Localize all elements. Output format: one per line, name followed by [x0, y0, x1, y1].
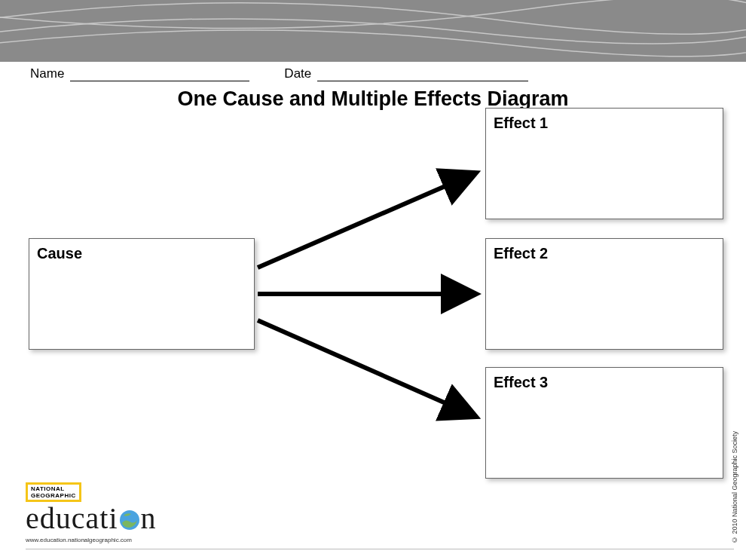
education-post: n [141, 503, 157, 534]
ng-badge: NATIONAL GEOGRAPHIC [26, 482, 81, 502]
cause-label: Cause [37, 245, 82, 262]
name-field: Name [30, 66, 249, 81]
brand-url: www.education.nationalgeographic.com [26, 537, 157, 543]
cause-box[interactable]: Cause [29, 238, 255, 350]
arrow-to-effect-1 [258, 173, 475, 268]
date-blank-line[interactable] [317, 68, 528, 81]
globe-icon [119, 510, 140, 531]
arrow-to-effect-3 [258, 320, 475, 416]
header-banner [0, 0, 746, 62]
svg-rect-0 [0, 0, 746, 62]
effect-3-box[interactable]: Effect 3 [485, 367, 723, 479]
date-label: Date [284, 66, 311, 81]
effect-1-box[interactable]: Effect 1 [485, 108, 723, 219]
effect-2-box[interactable]: Effect 2 [485, 238, 723, 350]
education-pre: educati [26, 503, 118, 534]
effect-1-label: Effect 1 [494, 115, 548, 131]
meta-row: Name Date [30, 66, 528, 81]
effect-3-label: Effect 3 [494, 374, 548, 390]
footer-rule [26, 549, 734, 549]
name-label: Name [30, 66, 64, 81]
date-field: Date [284, 66, 528, 81]
name-blank-line[interactable] [70, 68, 249, 81]
brand-logo: NATIONAL GEOGRAPHIC educati n www.educat… [26, 482, 157, 543]
copyright-text: © 2010 National Geographic Society [731, 431, 738, 543]
effect-2-label: Effect 2 [494, 245, 548, 262]
education-wordmark: educati n [26, 503, 157, 534]
